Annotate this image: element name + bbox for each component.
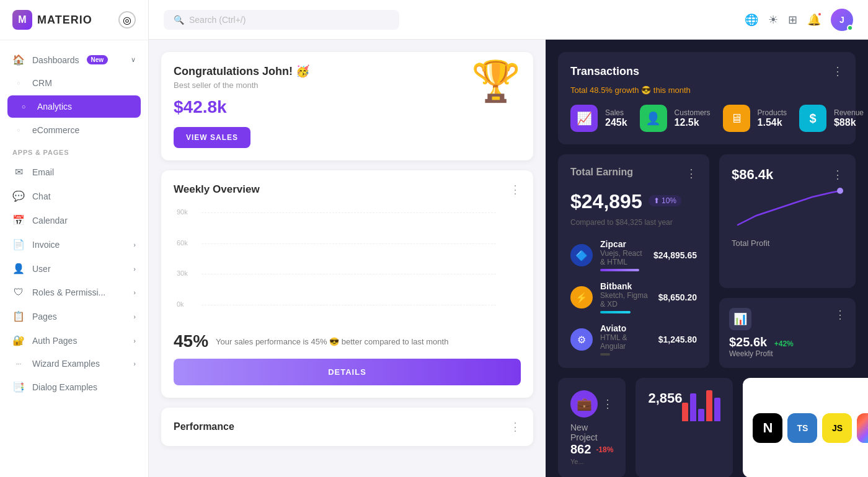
grid-label-0k: 0k bbox=[177, 300, 184, 308]
notification-badge bbox=[817, 12, 822, 17]
earning-header: Total Earning ⋮ bbox=[570, 167, 697, 180]
sidebar-item-pages[interactable]: 📋 Pages › bbox=[0, 304, 148, 328]
zipcar-amount: $24,895.65 bbox=[653, 250, 697, 260]
sidebar-item-calendar[interactable]: 📅 Calendar bbox=[0, 208, 148, 232]
mini-bar-1 bbox=[682, 403, 688, 421]
earning-item-bitbank: ⚡ Bitbank Sketch, Figma & XD $8,650.20 bbox=[570, 281, 697, 313]
topbar: 🔍 Search (Ctrl+/) 🌐 ☀ ⊞ 🔔 J bbox=[149, 0, 868, 40]
view-sales-button[interactable]: VIEW SALES bbox=[174, 127, 250, 148]
sales-value: 245k bbox=[605, 117, 627, 128]
topbar-actions: 🌐 ☀ ⊞ 🔔 J bbox=[745, 9, 853, 31]
grid-icon[interactable]: ⊞ bbox=[788, 13, 797, 27]
wp-badge: +42% bbox=[774, 339, 794, 348]
dots-icon: ··· bbox=[12, 361, 25, 367]
weekly-chart: 90k 60k 30k 0k bbox=[174, 206, 521, 324]
search-box[interactable]: 🔍 Search (Ctrl+/) bbox=[164, 10, 399, 30]
search-icon: 🔍 bbox=[174, 15, 184, 25]
earning-menu[interactable]: ⋮ bbox=[686, 167, 697, 180]
zipcar-name: Zipcar bbox=[600, 239, 646, 249]
tech-logos-card: N TS JS ✦ bbox=[743, 378, 868, 477]
earning-list: 🔷 Zipcar Vuejs, React & HTML $24,895.65 … bbox=[570, 239, 697, 356]
sidebar-item-invoice[interactable]: 📄 Invoice › bbox=[0, 232, 148, 256]
profit-sparkline bbox=[732, 188, 843, 231]
avatar[interactable]: J bbox=[831, 9, 853, 31]
products-value: 1.54k bbox=[758, 117, 787, 128]
mini-bar-3 bbox=[698, 409, 704, 421]
products-label: Products bbox=[758, 108, 787, 117]
sidebar-item-dialog[interactable]: 📑 Dialog Examples bbox=[0, 375, 148, 399]
sidebar-nav: 🏠 Dashboards New ∨ ○ CRM ○ Analytics ○ e… bbox=[0, 40, 148, 406]
customers-label: Customers bbox=[675, 108, 711, 117]
new-project-row: 💼 ⋮ New Project 862 -18% Ye... 2,856 bbox=[558, 378, 856, 477]
content-left: Congratulations John! 🥳 Best seller of t… bbox=[149, 40, 546, 477]
congrats-amount: $42.8k bbox=[174, 97, 521, 117]
transactions-card: Transactions ⋮ Total 48.5% growth 😎 this… bbox=[558, 52, 856, 144]
performance-title: Performance bbox=[174, 421, 234, 432]
details-button[interactable]: DETAILS bbox=[174, 359, 521, 385]
sales-label: Sales bbox=[605, 108, 627, 117]
wp-menu[interactable]: ⋮ bbox=[835, 308, 846, 330]
zipcar-progress bbox=[600, 269, 639, 271]
count-card: 2,856 bbox=[636, 378, 733, 477]
sidebar-toggle-button[interactable]: ◎ bbox=[118, 11, 136, 28]
weekly-header: Weekly Overview ⋮ bbox=[174, 183, 521, 196]
next-logo: N bbox=[753, 413, 782, 443]
count-value: 2,856 bbox=[648, 390, 682, 406]
chat-icon: 💬 bbox=[12, 190, 25, 202]
revenue-value: $88k bbox=[834, 117, 864, 128]
bitbank-icon: ⚡ bbox=[570, 286, 593, 309]
aviato-icon: ⚙ bbox=[570, 328, 593, 351]
mini-bar-chart bbox=[682, 390, 720, 421]
content-area: Congratulations John! 🥳 Best seller of t… bbox=[149, 40, 868, 477]
np-title: New Project bbox=[570, 422, 613, 442]
earning-title: Total Earning bbox=[570, 167, 633, 178]
sidebar-item-crm[interactable]: ○ CRM bbox=[0, 72, 148, 94]
notification-icon[interactable]: 🔔 bbox=[807, 13, 821, 27]
earning-growth-badge: ⬆ 10% bbox=[649, 195, 681, 206]
congrats-subtitle: Best seller of the month bbox=[174, 81, 521, 90]
circle-icon: ○ bbox=[12, 127, 25, 133]
transactions-menu[interactable]: ⋮ bbox=[832, 64, 843, 78]
sidebar-item-roles[interactable]: 🛡 Roles & Permissi... › bbox=[0, 281, 148, 304]
email-icon: ✉ bbox=[12, 166, 25, 178]
bottom-row-left: Performance ⋮ bbox=[161, 408, 533, 446]
count-header: 2,856 bbox=[648, 390, 720, 421]
weekly-menu-button[interactable]: ⋮ bbox=[510, 183, 521, 196]
np-menu[interactable]: ⋮ bbox=[602, 397, 613, 411]
lock-icon: 🔐 bbox=[12, 335, 25, 346]
earning-amount-row: $24,895 ⬆ 10% bbox=[570, 185, 697, 216]
performance-menu-button[interactable]: ⋮ bbox=[510, 420, 521, 434]
sidebar-item-analytics[interactable]: ○ Analytics bbox=[7, 95, 141, 118]
bar-group-f bbox=[373, 304, 410, 305]
pages-icon: 📋 bbox=[12, 310, 25, 322]
sidebar-item-ecommerce[interactable]: ○ eCommerce bbox=[0, 119, 148, 141]
sidebar-item-chat[interactable]: 💬 Chat bbox=[0, 184, 148, 208]
search-placeholder: Search (Ctrl+/) bbox=[189, 15, 246, 25]
bar-group-s bbox=[416, 304, 453, 305]
sidebar-item-user[interactable]: 👤 User › bbox=[0, 256, 148, 281]
earning-item-zipcar: 🔷 Zipcar Vuejs, React & HTML $24,895.65 bbox=[570, 239, 697, 271]
bar-group-m bbox=[202, 304, 238, 305]
sidebar-item-email[interactable]: ✉ Email bbox=[0, 160, 148, 184]
earning-amount: $24,895 bbox=[570, 190, 642, 213]
weekly-footer: 45% Your sales performance is 45% 😎 bett… bbox=[174, 331, 521, 351]
user-icon: 👤 bbox=[12, 263, 25, 274]
earning-compare: Compared to $84,325 last year bbox=[570, 218, 697, 227]
np-sublabel: Ye... bbox=[570, 458, 613, 465]
circle-icon: ○ bbox=[12, 80, 25, 86]
chevron-right-icon: › bbox=[133, 289, 136, 296]
weekly-overview-card: Weekly Overview ⋮ 90k 60k 30k bbox=[161, 170, 533, 398]
theme-icon[interactable]: ☀ bbox=[768, 13, 778, 27]
sidebar-item-dashboards[interactable]: 🏠 Dashboards New ∨ bbox=[0, 48, 148, 72]
chevron-right-icon: › bbox=[133, 265, 136, 273]
weekly-profit-card: 📊 ⋮ $25.6k +42% Weekly Profit bbox=[719, 298, 856, 368]
translate-icon[interactable]: 🌐 bbox=[745, 13, 758, 27]
sidebar-item-wizard[interactable]: ··· Wizard Examples › bbox=[0, 352, 148, 375]
profit-label: Total Profit bbox=[732, 239, 843, 248]
profit-menu[interactable]: ⋮ bbox=[832, 168, 843, 182]
total-earning-card: Total Earning ⋮ $24,895 ⬆ 10% Compared t… bbox=[558, 154, 709, 368]
weekly-title: Weekly Overview bbox=[174, 183, 260, 196]
congrats-title: Congratulations John! 🥳 bbox=[174, 64, 521, 78]
sidebar-item-auth[interactable]: 🔐 Auth Pages › bbox=[0, 328, 148, 352]
zipcar-sub: Vuejs, React & HTML bbox=[600, 249, 646, 266]
